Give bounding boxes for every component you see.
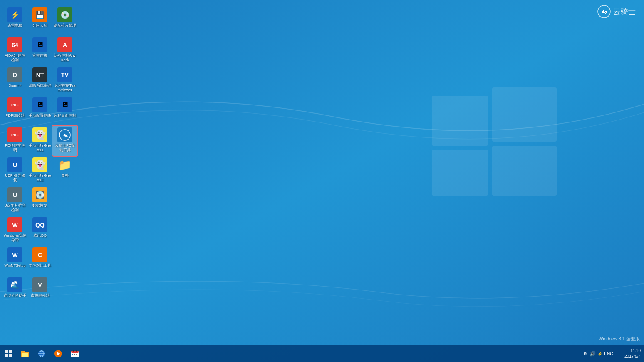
- svg-rect-2: [492, 87, 557, 142]
- icon-image-icon-4: 64: [7, 37, 22, 52]
- icon-label-icon-19: U盘里片扩容检测: [3, 203, 27, 212]
- icon-label-icon-14: 手动运行Ghost11: [28, 143, 52, 152]
- desktop-icon-icon-26[interactable]: V 虚拟驱动器: [27, 276, 52, 306]
- svg-rect-14: [21, 351, 25, 352]
- sound-icon[interactable]: 🔊: [590, 351, 596, 357]
- icon-image-icon-2: 💾: [32, 7, 47, 22]
- icon-label-icon-11: 手动配置网络: [29, 113, 51, 118]
- taskbar-ie[interactable]: [33, 345, 50, 362]
- clock-time: 11:10: [616, 348, 641, 354]
- icon-label-icon-23: WinNTSetup: [4, 263, 25, 268]
- icon-label-icon-26: 虚拟驱动器: [31, 293, 50, 298]
- icon-image-icon-25: 🌊: [7, 277, 22, 292]
- icon-label-icon-18: 资料: [61, 173, 69, 178]
- windows-logo-watermark: [428, 83, 561, 200]
- icon-label-icon-13: PE联网常说明: [3, 143, 27, 152]
- icon-image-icon-21: W: [7, 217, 22, 232]
- lang-indicator[interactable]: ENG: [604, 352, 613, 356]
- icon-label-icon-22: 腾讯QQ: [33, 233, 47, 238]
- clock-date: 2017/5/4: [616, 354, 641, 360]
- desktop-icon-icon-12[interactable]: 🖥 远程桌面控制: [52, 96, 77, 126]
- icon-image-icon-1: ⚡: [7, 7, 22, 22]
- svg-rect-1: [432, 96, 488, 146]
- ie-icon: [37, 349, 46, 358]
- desktop-icon-icon-2[interactable]: 💾 分区大师: [27, 6, 52, 36]
- icon-image-icon-16: U: [7, 157, 22, 172]
- icon-image-icon-24: C: [32, 247, 47, 262]
- icon-label-icon-6: 远程控制AnyDesk: [53, 53, 77, 62]
- desktop-icon-icon-15[interactable]: 🏍 云骑士PE安装工具: [52, 126, 77, 156]
- icon-label-icon-5: 宽带连接: [32, 53, 47, 58]
- taskbar: 🖥 🔊 ⚡ ENG 11:10 2017/5/4: [0, 345, 644, 362]
- icon-label-icon-3: 硬盘碎片整理: [54, 23, 76, 28]
- svg-rect-10: [9, 350, 12, 353]
- desktop-icon-icon-19[interactable]: U U盘里片扩容检测: [2, 186, 27, 216]
- desktop-icon-icon-7[interactable]: D Dism++: [2, 66, 27, 96]
- desktop-icon-icon-24[interactable]: C 文件对比工具: [27, 246, 52, 276]
- desktop-icon-icon-17[interactable]: 👻 手动运行Ghost12: [27, 156, 52, 186]
- desktop-icon-icon-1[interactable]: ⚡ 迅雷电影: [2, 6, 27, 36]
- desktop-icon-icon-22[interactable]: QQ 腾讯QQ: [27, 216, 52, 246]
- svg-rect-29: [76, 354, 77, 355]
- icon-image-icon-15: 🏍: [57, 127, 72, 142]
- taskbar-pinned-items: [17, 345, 583, 362]
- icon-label-icon-4: AIDA64硬件检测: [3, 53, 27, 62]
- icon-label-icon-15: 云骑士PE安装工具: [53, 143, 77, 152]
- calendar-icon: [70, 349, 79, 358]
- icon-image-icon-17: 👻: [32, 157, 47, 172]
- desktop-icon-icon-3[interactable]: 💿 硬盘碎片整理: [52, 6, 77, 36]
- svg-rect-15: [22, 353, 28, 357]
- taskbar-clock[interactable]: 11:10 2017/5/4: [616, 348, 641, 360]
- icon-label-icon-12: 远程桌面控制: [54, 113, 76, 118]
- desktop-icon-icon-14[interactable]: 👻 手动运行Ghost11: [27, 126, 52, 156]
- start-button[interactable]: [0, 345, 17, 362]
- svg-rect-28: [74, 354, 75, 355]
- icon-label-icon-1: 迅雷电影: [7, 23, 22, 28]
- svg-rect-3: [432, 150, 488, 196]
- systray: 🖥 🔊 ⚡ ENG: [583, 351, 613, 357]
- icon-image-icon-14: 👻: [32, 127, 47, 142]
- battery-icon: ⚡: [597, 352, 602, 356]
- icon-label-icon-10: PDF阅读器: [6, 113, 25, 118]
- desktop-icon-icon-6[interactable]: A 远程控制AnyDesk: [52, 36, 77, 66]
- network-icon[interactable]: 🖥: [583, 351, 588, 357]
- icon-image-icon-22: QQ: [32, 217, 47, 232]
- desktop-icon-icon-10[interactable]: PDF PDF阅读器: [2, 96, 27, 126]
- icon-image-icon-11: 🖥: [32, 97, 47, 112]
- desktop-icon-icon-16[interactable]: U UEFI引导修复: [2, 156, 27, 186]
- svg-rect-27: [72, 354, 73, 355]
- svg-rect-9: [5, 350, 8, 353]
- taskbar-media[interactable]: [50, 345, 67, 362]
- desktop-icon-icon-4[interactable]: 64 AIDA64硬件检测: [2, 36, 27, 66]
- icon-image-icon-13: PDF: [7, 127, 22, 142]
- desktop-icon-icon-18[interactable]: 📁 资料: [52, 156, 77, 186]
- icon-label-icon-7: Dism++: [8, 83, 21, 88]
- svg-rect-4: [492, 146, 557, 196]
- icon-image-icon-10: PDF: [7, 97, 22, 112]
- windows-version: Windows 8.1 企业版: [599, 336, 640, 342]
- media-icon: [54, 349, 63, 358]
- svg-rect-12: [9, 354, 12, 357]
- taskbar-explorer[interactable]: [17, 345, 33, 362]
- desktop-icon-icon-11[interactable]: 🖥 手动配置网络: [27, 96, 52, 126]
- desktop-icon-icon-20[interactable]: 💽 数据恢复: [27, 186, 52, 216]
- icon-label-icon-2: 分区大师: [32, 23, 47, 28]
- icon-image-icon-8: NT: [32, 67, 47, 82]
- taskbar-calendar[interactable]: [67, 345, 83, 362]
- desktop-icon-icon-8[interactable]: NT 清除系统密码: [27, 66, 52, 96]
- desktop-icon-icon-5[interactable]: 🖥 宽带连接: [27, 36, 52, 66]
- svg-rect-25: [73, 350, 74, 352]
- icon-label-icon-25: 崩溃分区助手: [4, 293, 26, 298]
- icon-image-icon-26: V: [32, 277, 47, 292]
- icon-label-icon-8: 清除系统密码: [29, 83, 51, 88]
- explorer-icon: [20, 349, 30, 358]
- desktop-icon-icon-13[interactable]: PDF PE联网常说明: [2, 126, 27, 156]
- desktop-icon-icon-25[interactable]: 🌊 崩溃分区助手: [2, 276, 27, 306]
- icon-image-icon-12: 🖥: [57, 97, 72, 112]
- desktop-icon-icon-9[interactable]: TV 远程控制TeamViewer: [52, 66, 77, 96]
- desktop-icon-icon-23[interactable]: W WinNTSetup: [2, 246, 27, 276]
- icon-image-icon-7: D: [7, 67, 22, 82]
- svg-rect-24: [71, 351, 79, 353]
- desktop-icon-icon-21[interactable]: W Windows安装导帮: [2, 216, 27, 246]
- icon-label-icon-21: Windows安装导帮: [3, 233, 27, 242]
